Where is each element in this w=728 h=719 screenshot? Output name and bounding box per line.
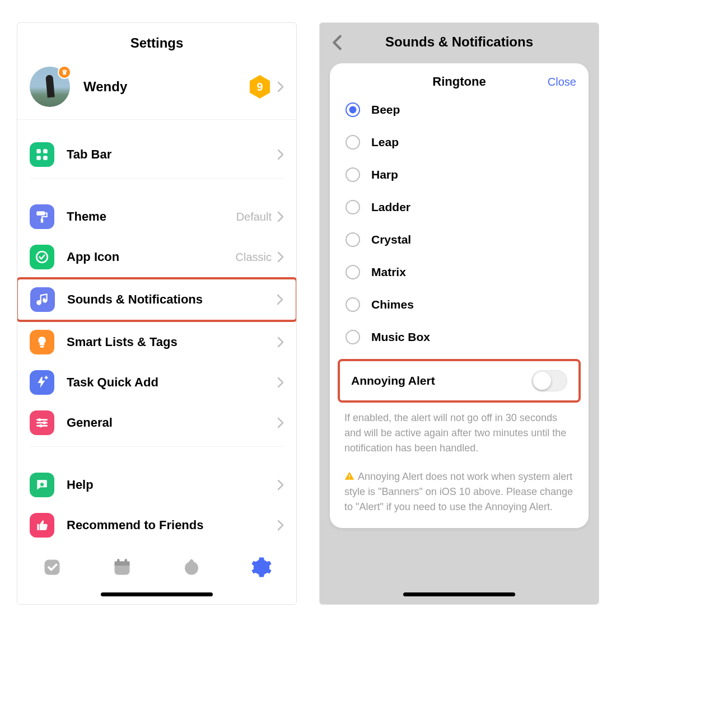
ringtone-option[interactable]: Ladder [330,191,589,223]
sliders-icon [30,410,54,435]
annoying-alert-description: If enabled, the alert will not go off in… [330,403,589,456]
radio-icon [346,330,360,344]
row-label: Smart Lists & Tags [67,335,178,349]
row-general[interactable]: General [17,403,296,443]
annoying-alert-toggle[interactable] [531,370,567,391]
svg-rect-0 [36,149,41,153]
home-indicator [101,592,213,596]
card-title: Ringtone [432,74,486,89]
paint-roller-icon [30,204,54,229]
ringtone-option[interactable]: Leap [330,126,589,158]
svg-rect-17 [124,559,127,563]
ringtone-option-label: Music Box [371,330,430,344]
chevron-right-icon [277,520,284,531]
chevron-right-icon [277,251,284,263]
radio-icon [346,200,360,214]
radio-icon [346,297,360,312]
svg-rect-13 [45,560,60,575]
ringtone-option[interactable]: Chimes [330,288,589,321]
ringtone-option[interactable]: Crystal [330,223,589,256]
back-button[interactable] [330,35,344,50]
svg-point-12 [39,424,42,427]
profile-name: Wendy [83,79,127,95]
ringtone-option-label: Beep [371,103,400,116]
nav-title: Sounds & Notifications [385,34,533,49]
ringtone-option-label: Harp [371,168,398,181]
svg-rect-2 [36,156,41,160]
ringtone-card: Ringtone Close BeepLeapHarpLadderCrystal… [330,63,589,528]
warning-text: Annoying Alert does not work when system… [344,471,573,512]
chevron-right-icon [277,417,284,428]
chevron-right-icon [277,294,283,305]
row-recommend[interactable]: Recommend to Friends [17,505,296,545]
ringtone-option[interactable]: Harp [330,158,589,191]
warning-icon [344,471,356,481]
annoying-alert-warning: Annoying Alert does not work when system… [330,456,589,515]
profile-row[interactable]: ♛ Wendy 9 [17,59,296,120]
radio-icon [346,232,360,247]
row-value: Classic [236,251,272,264]
tab-calendar-icon[interactable] [111,556,133,578]
ringtone-option[interactable]: Beep [330,94,589,126]
page-title: Settings [17,23,296,59]
svg-rect-20 [349,478,350,479]
tab-settings-icon[interactable] [250,556,273,578]
chevron-right-icon [277,211,284,222]
svg-rect-16 [117,559,120,563]
home-indicator [403,592,515,596]
svg-point-11 [43,421,46,424]
chevron-right-icon [277,337,284,348]
row-label: Task Quick Add [67,375,158,390]
svg-rect-1 [43,149,48,153]
radio-icon [346,102,360,117]
ringtone-option[interactable]: Music Box [330,321,589,353]
row-smartlists[interactable]: Smart Lists & Tags [17,322,296,362]
ringtone-option-label: Matrix [371,265,406,279]
row-label: Help [67,478,94,492]
row-tabbar[interactable]: Tab Bar [17,134,296,175]
row-label: Recommend to Friends [67,518,203,533]
svg-rect-19 [349,475,350,478]
grid-icon [30,142,54,167]
check-circle-icon [30,245,54,269]
svg-rect-9 [40,346,44,348]
svg-point-7 [37,301,41,305]
row-label: Tab Bar [67,147,111,162]
premium-crown-icon: ♛ [58,66,71,79]
radio-icon [346,135,360,150]
svg-rect-5 [41,218,43,223]
ringtone-option[interactable]: Matrix [330,256,589,288]
row-label: Theme [67,209,106,224]
row-label: Sounds & Notifications [67,292,203,307]
annoying-alert-row: Annoying Alert [338,359,581,403]
chat-star-icon [30,473,54,497]
close-button[interactable]: Close [548,76,576,88]
ringtone-option-label: Chimes [371,298,414,311]
music-note-icon [30,287,55,312]
chevron-right-icon [277,81,284,92]
chevron-right-icon [277,149,284,160]
settings-screen: Settings ♛ Wendy 9 Tab Bar Theme Default… [17,22,297,605]
row-label: General [67,415,113,430]
lightbulb-icon [30,330,54,354]
tab-pomo-icon[interactable] [180,556,203,578]
ringtone-option-label: Crystal [371,233,411,246]
svg-rect-3 [43,156,48,160]
ringtone-options: BeepLeapHarpLadderCrystalMatrixChimesMus… [330,94,589,353]
row-label: App Icon [67,250,119,264]
nav-bar: Sounds & Notifications [320,23,599,59]
toggle-label: Annoying Alert [351,374,435,387]
row-sounds-notifications[interactable]: Sounds & Notifications [17,277,297,322]
row-value: Default [236,211,272,223]
row-appicon[interactable]: App Icon Classic [17,237,296,277]
svg-rect-15 [114,562,129,566]
level-badge: 9 [248,75,272,99]
radio-icon [346,167,360,182]
row-quickadd[interactable]: Task Quick Add [17,362,296,403]
row-help[interactable]: Help [17,465,296,505]
svg-point-8 [43,299,47,303]
lightning-plus-icon [30,370,54,395]
thumbs-up-icon [30,513,54,538]
tab-tasks-icon[interactable] [41,556,63,578]
row-theme[interactable]: Theme Default [17,197,296,237]
